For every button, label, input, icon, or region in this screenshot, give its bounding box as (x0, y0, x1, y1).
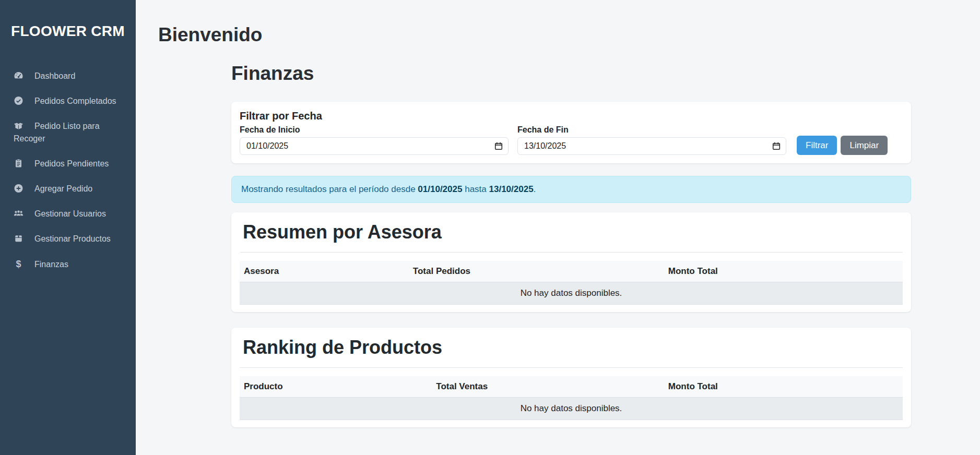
start-date-input[interactable] (240, 137, 509, 155)
divider (240, 252, 903, 253)
ranking-col-producto: Producto (240, 376, 432, 398)
sidebar-item-dashboard[interactable]: Dashboard (0, 64, 136, 89)
end-date-field: Fecha de Fin (517, 125, 786, 155)
sidebar-item-label: Agregar Pedido (34, 184, 92, 193)
sidebar-item-gestionar-productos[interactable]: Gestionar Productos (0, 226, 136, 252)
end-date-input-wrap (517, 137, 786, 155)
start-date-input-wrap (240, 137, 509, 155)
sidebar-item-label: Finanzas (34, 260, 68, 269)
sidebar-item-label: Pedidos Completados (34, 97, 116, 105)
ranking-table-header-row: Producto Total Ventas Monto Total (240, 376, 903, 398)
gauge-icon (14, 71, 23, 80)
ranking-col-monto-total: Monto Total (664, 376, 903, 398)
alert-text: Mostrando resultados para el período des… (241, 184, 416, 194)
ranking-empty-row: No hay datos disponibles. (240, 398, 903, 420)
summary-empty-message: No hay datos disponibles. (240, 282, 903, 305)
sidebar-item-label: Dashboard (34, 71, 75, 80)
app-brand: FLOOWER CRM (0, 23, 136, 40)
sidebar-item-gestionar-usuarios[interactable]: Gestionar Usuarios (0, 201, 136, 226)
sidebar-item-label: Gestionar Usuarios (34, 209, 106, 218)
summary-table: Asesora Total Pedidos Monto Total No hay… (240, 261, 903, 305)
alert-suffix: . (534, 184, 536, 194)
start-date-label: Fecha de Inicio (240, 125, 509, 135)
summary-card-title: Resumen por Asesora (243, 221, 903, 244)
start-date-field: Fecha de Inicio (240, 125, 509, 155)
filter-button[interactable]: Filtrar (797, 136, 837, 155)
summary-col-asesora: Asesora (240, 261, 409, 282)
filter-title: Filtrar por Fecha (240, 110, 903, 122)
divider (240, 367, 903, 368)
summary-table-header-row: Asesora Total Pedidos Monto Total (240, 261, 903, 282)
filter-row: Fecha de Inicio Fecha de Fin (240, 125, 903, 155)
box-open-icon (14, 121, 23, 130)
section-title: Finanzas (231, 62, 911, 85)
main-area: Bienvenido Finanzas Filtrar por Fecha Fe… (136, 0, 980, 455)
summary-card: Resumen por Asesora Asesora Total Pedido… (231, 212, 911, 312)
app-window: FLOOWER CRM Dashboard Pedidos Completado… (0, 0, 980, 455)
calendar-icon[interactable] (494, 142, 503, 150)
sidebar-item-label: Pedido Listo para Recoger (14, 122, 100, 143)
clipboard-icon (14, 159, 23, 168)
period-alert: Mostrando resultados para el período des… (231, 176, 911, 203)
alert-start-date: 01/10/2025 (418, 184, 462, 194)
ranking-card-title: Ranking de Productos (243, 336, 903, 359)
date-filter-card: Filtrar por Fecha Fecha de Inicio Fecha … (231, 102, 911, 163)
ranking-card: Ranking de Productos Producto Total Vent… (231, 328, 911, 427)
summary-empty-row: No hay datos disponibles. (240, 282, 903, 305)
sidebar-item-label: Pedidos Pendientes (34, 159, 109, 168)
sidebar: FLOOWER CRM Dashboard Pedidos Completado… (0, 0, 136, 455)
sidebar-item-label: Gestionar Productos (34, 234, 111, 243)
end-date-input[interactable] (517, 137, 786, 155)
ranking-col-total-ventas: Total Ventas (432, 376, 664, 398)
summary-col-total-pedidos: Total Pedidos (409, 261, 664, 282)
sidebar-item-pedido-listo-para-recoger[interactable]: Pedido Listo para Recoger (0, 114, 136, 151)
content-column: Finanzas Filtrar por Fecha Fecha de Inic… (231, 62, 911, 427)
users-icon (14, 209, 23, 218)
summary-col-monto-total: Monto Total (664, 261, 903, 282)
sidebar-nav: Dashboard Pedidos Completados Pedido Lis… (0, 64, 136, 277)
alert-connector: hasta (465, 184, 487, 194)
calendar-icon[interactable] (772, 142, 781, 150)
sidebar-item-pedidos-pendientes[interactable]: Pedidos Pendientes (0, 151, 136, 176)
check-circle-icon (14, 96, 23, 105)
end-date-label: Fecha de Fin (517, 125, 786, 135)
filter-buttons: Filtrar Limpiar (797, 136, 888, 155)
clear-button[interactable]: Limpiar (841, 136, 888, 155)
sidebar-item-agregar-pedido[interactable]: Agregar Pedido (0, 176, 136, 201)
page-title: Bienvenido (136, 0, 980, 46)
dollar-icon: $ (14, 258, 23, 270)
ranking-table: Producto Total Ventas Monto Total No hay… (240, 376, 903, 420)
ranking-empty-message: No hay datos disponibles. (240, 398, 903, 420)
sidebar-item-pedidos-completados[interactable]: Pedidos Completados (0, 89, 136, 114)
sidebar-item-finanzas[interactable]: $Finanzas (0, 252, 136, 277)
box-icon (14, 234, 23, 243)
alert-end-date: 13/10/2025 (489, 184, 534, 194)
plus-circle-icon (14, 184, 23, 193)
